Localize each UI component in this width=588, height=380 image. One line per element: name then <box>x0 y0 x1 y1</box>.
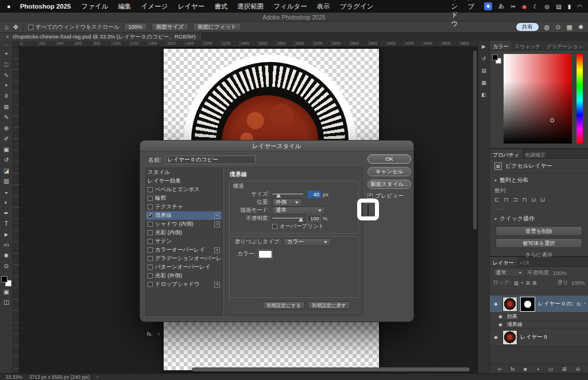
effects-row[interactable]: ◉ 効果 <box>490 313 588 321</box>
menu-item[interactable]: ファイル <box>81 2 108 11</box>
visibility-eye-icon[interactable]: ◉ <box>497 314 504 319</box>
visibility-eye-icon[interactable]: ◉ <box>492 335 500 340</box>
path-selection-tool[interactable]: ► <box>1 229 12 240</box>
size-slider[interactable] <box>272 191 303 197</box>
comments-icon[interactable]: ◧ <box>481 92 486 98</box>
move-tool[interactable]: + <box>1 48 12 59</box>
panel-tab[interactable]: パス <box>517 257 533 266</box>
brushes-icon[interactable]: ▤ <box>481 68 486 73</box>
healing-brush-tool[interactable]: ⊕ <box>1 123 12 134</box>
battery-icon[interactable]: ▮ <box>568 3 571 10</box>
fit-window-button[interactable]: 画面にフィット <box>193 23 241 31</box>
new-style-button[interactable]: 新規スタイル... <box>368 180 411 189</box>
layer-effects-icon[interactable]: fx <box>510 366 514 372</box>
foreground-color-swatch[interactable] <box>1 276 7 282</box>
moon-icon[interactable]: ☾ <box>533 3 539 10</box>
effect-checkbox[interactable] <box>148 256 153 261</box>
effect-checkbox[interactable] <box>148 273 153 278</box>
add-effect-instance-icon[interactable] <box>214 282 220 288</box>
new-layer-icon[interactable]: ⊞ <box>562 366 567 372</box>
align-left-icon[interactable]: ⊏ <box>494 196 499 203</box>
style-list-item[interactable]: パターンオーバーレイ <box>146 263 222 272</box>
effect-checkbox[interactable] <box>148 282 153 287</box>
dodge-tool[interactable]: ◐ <box>1 197 12 208</box>
slider-thumb[interactable] <box>299 218 303 222</box>
layer-row-copy[interactable]: ◉ レイヤー 0 のコピー fx ^ <box>490 296 588 313</box>
blur-tool[interactable]: ◒ <box>1 187 12 197</box>
edit-toolbar-icon[interactable]: ⋯ <box>1 41 12 48</box>
effect-checkbox[interactable] <box>148 213 153 218</box>
pen-tool[interactable]: ✒ <box>1 208 12 219</box>
history-icon[interactable]: ↺ <box>482 56 486 61</box>
panel-tab[interactable]: プロパティ <box>490 149 522 158</box>
menu-item[interactable]: フィルター <box>273 2 307 11</box>
preview-checkbox[interactable] <box>368 193 373 199</box>
align-distribute-section[interactable]: 整列と分布 <box>490 173 588 185</box>
libraries-icon[interactable]: ▦ <box>481 80 486 86</box>
effect-checkbox[interactable] <box>148 187 153 192</box>
home-icon[interactable]: ⌂ <box>5 24 9 30</box>
style-list-item[interactable]: テクスチャ <box>146 203 222 211</box>
add-effect-instance-icon[interactable] <box>214 222 220 227</box>
menu-item[interactable]: プラグイン <box>340 2 374 11</box>
stroke-effect-row[interactable]: ◉ 境界線 <box>490 321 588 329</box>
status-chevron-icon[interactable]: › <box>96 374 98 380</box>
layer-row-base[interactable]: ◉ レイヤー 0 <box>490 329 588 346</box>
zoom-100-button[interactable]: 100% <box>124 23 147 31</box>
quick-mask-icon[interactable]: ▣ <box>1 286 12 297</box>
foreground-color-swatch[interactable] <box>492 55 498 60</box>
add-effect-instance-icon[interactable] <box>214 247 220 253</box>
panel-tab[interactable]: カラー <box>490 41 511 50</box>
history-brush-tool[interactable]: ↺ <box>1 154 12 165</box>
layer-mask-thumbnail[interactable] <box>520 297 535 312</box>
screen-mode-icon[interactable]: ◫ <box>1 297 12 308</box>
share-button[interactable]: 共有 <box>516 23 539 31</box>
move-effect-up-icon[interactable]: ↑ <box>158 331 161 337</box>
close-document-icon[interactable]: × <box>6 34 9 40</box>
marquee-tool[interactable]: □ <box>1 59 12 70</box>
brush-tool[interactable]: ✐ <box>1 133 12 144</box>
search-icon[interactable]: ⊙ <box>555 24 560 31</box>
visibility-eye-icon[interactable]: ◉ <box>492 301 500 307</box>
size-input[interactable]: 40 <box>307 191 321 198</box>
make-default-button[interactable]: 初期設定にする <box>262 301 305 309</box>
remove-background-button[interactable]: 背景を削除 <box>496 226 582 236</box>
fill-type-select[interactable]: カラー <box>284 238 331 246</box>
style-list-item[interactable]: シャドウ (内側) <box>146 220 222 228</box>
ruler-origin[interactable] <box>13 41 20 47</box>
app-badge-icon[interactable]: ◆ <box>484 2 492 10</box>
effect-checkbox[interactable] <box>148 265 153 270</box>
frame-tool[interactable]: ⊠ <box>1 102 12 113</box>
blend-mode-select[interactable]: 通常 <box>272 207 325 215</box>
type-tool[interactable]: T <box>1 218 12 229</box>
position-select[interactable]: 外側 <box>272 199 302 207</box>
effect-checkbox[interactable] <box>148 196 153 201</box>
scroll-all-windows-option[interactable]: すべてのウィンドウをスクロール <box>28 24 119 31</box>
lasso-tool[interactable]: ∿ <box>1 69 12 80</box>
lock-position-icon[interactable]: ⊞ <box>526 280 530 286</box>
lock-pixels-icon[interactable]: + <box>521 280 524 286</box>
group-layers-icon[interactable]: ▭ <box>548 366 554 372</box>
menu-item[interactable]: ヘルプ <box>467 0 474 28</box>
effect-checkbox[interactable] <box>148 204 153 210</box>
scroll-all-windows-checkbox[interactable] <box>28 25 33 30</box>
effect-checkbox[interactable] <box>148 247 153 253</box>
style-list-item[interactable]: スタイル <box>146 168 222 177</box>
hue-slider[interactable] <box>577 54 583 144</box>
align-top-icon[interactable]: ⊓ <box>523 196 527 203</box>
keyboard-icon[interactable]: ▤ <box>556 3 561 10</box>
effect-checkbox[interactable] <box>148 230 153 235</box>
lock-transparency-icon[interactable]: ▨ <box>514 280 519 286</box>
fx-icon[interactable]: fx. <box>147 331 153 337</box>
style-list-item[interactable]: 境界線 <box>146 211 222 220</box>
settings-icon[interactable]: ✱ <box>578 24 583 31</box>
panel-tab[interactable]: グラデーション <box>543 41 586 50</box>
cancel-button[interactable]: キャンセル <box>368 167 411 176</box>
visibility-eye-icon[interactable]: ◉ <box>497 322 504 327</box>
menu-item[interactable]: イメージ <box>141 2 168 11</box>
align-center-v-icon[interactable]: ⊔ <box>531 196 536 203</box>
menu-item[interactable]: レイヤー <box>177 2 204 11</box>
notifications-bell-icon[interactable]: ◍ <box>544 24 550 31</box>
delete-effect-icon[interactable]: ⊖ <box>216 331 220 337</box>
style-list-item[interactable]: ベベルとエンボス <box>146 185 222 194</box>
